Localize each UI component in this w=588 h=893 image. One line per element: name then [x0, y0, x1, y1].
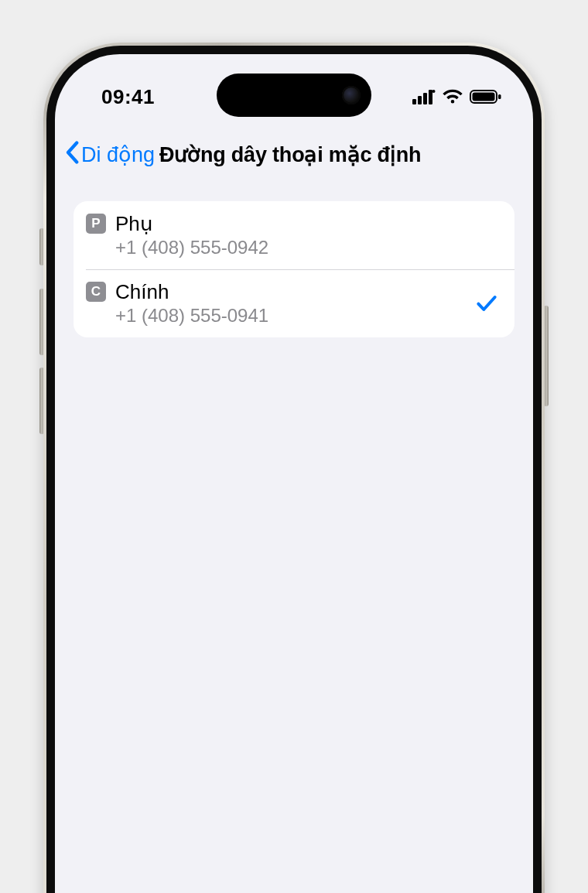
status-indicators — [412, 89, 502, 104]
page-title: Đường dây thoại mặc định — [159, 142, 421, 167]
line-label: Phụ — [115, 212, 499, 236]
sim-badge-icon: C — [86, 282, 106, 302]
battery-icon — [470, 89, 502, 104]
svg-point-4 — [432, 90, 436, 93]
svg-rect-0 — [412, 99, 416, 104]
content-area: P Phụ +1 (408) 555-0942 C Chính +1 (408)… — [74, 201, 514, 337]
line-label: Chính — [115, 280, 467, 304]
svg-rect-3 — [429, 90, 432, 104]
nav-bar: Di động Đường dây thoại mặc định — [55, 133, 533, 176]
row-text: Phụ +1 (408) 555-0942 — [115, 212, 499, 258]
svg-rect-7 — [498, 94, 501, 99]
back-label: Di động — [81, 142, 155, 167]
back-button[interactable]: Di động — [64, 141, 155, 169]
screen: 09:41 — [55, 54, 533, 893]
chevron-left-icon — [64, 141, 80, 169]
checkmark-icon — [474, 291, 499, 316]
voice-line-list: P Phụ +1 (408) 555-0942 C Chính +1 (408)… — [74, 201, 514, 337]
line-number: +1 (408) 555-0942 — [115, 236, 499, 258]
svg-rect-1 — [418, 96, 422, 104]
voice-line-row-primary[interactable]: C Chính +1 (408) 555-0941 — [74, 269, 514, 337]
phone-device-frame: 09:41 — [43, 43, 545, 893]
cellular-icon — [412, 89, 436, 104]
sim-badge-icon: P — [86, 214, 106, 234]
wifi-icon — [442, 89, 463, 104]
svg-rect-6 — [473, 93, 495, 101]
status-time: 09:41 — [101, 85, 155, 109]
line-number: +1 (408) 555-0941 — [115, 304, 467, 327]
svg-rect-2 — [423, 93, 427, 104]
status-bar: 09:41 — [55, 77, 533, 116]
row-text: Chính +1 (408) 555-0941 — [115, 280, 467, 327]
voice-line-row-secondary[interactable]: P Phụ +1 (408) 555-0942 — [74, 201, 514, 269]
